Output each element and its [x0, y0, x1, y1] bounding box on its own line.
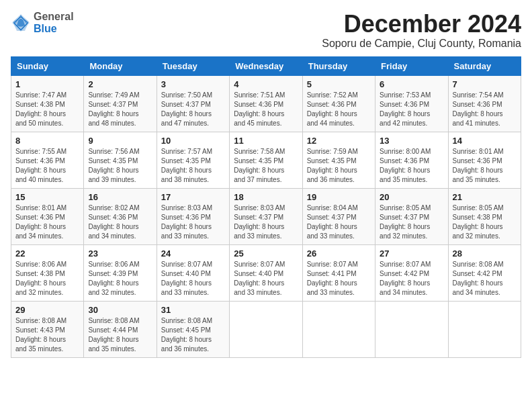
- day-info: Sunrise: 7:53 AM Sunset: 4:36 PM Dayligh…: [380, 91, 443, 128]
- calendar-cell-5: 5Sunrise: 7:52 AM Sunset: 4:36 PM Daylig…: [302, 75, 375, 132]
- day-number: 20: [380, 192, 443, 202]
- day-number: 18: [234, 192, 298, 202]
- calendar-cell-empty: [448, 301, 521, 357]
- calendar-cell-empty: [230, 301, 302, 357]
- day-info: Sunrise: 8:07 AM Sunset: 4:40 PM Dayligh…: [161, 260, 225, 298]
- day-info: Sunrise: 8:08 AM Sunset: 4:42 PM Dayligh…: [453, 260, 517, 298]
- day-number: 26: [307, 248, 371, 259]
- calendar-cell-31: 31Sunrise: 8:08 AM Sunset: 4:45 PM Dayli…: [157, 301, 229, 357]
- day-number: 23: [88, 248, 152, 259]
- day-number: 19: [307, 192, 371, 202]
- day-number: 3: [161, 79, 225, 89]
- day-info: Sunrise: 8:01 AM Sunset: 4:36 PM Dayligh…: [15, 203, 79, 241]
- day-number: 27: [380, 248, 443, 259]
- logo-general-text: General: [34, 11, 74, 23]
- day-info: Sunrise: 7:54 AM Sunset: 4:36 PM Dayligh…: [453, 91, 517, 128]
- day-number: 2: [88, 79, 152, 89]
- logo: General Blue: [11, 11, 74, 34]
- calendar-cell-3: 3Sunrise: 7:50 AM Sunset: 4:37 PM Daylig…: [157, 75, 229, 132]
- calendar-week-3: 15Sunrise: 8:01 AM Sunset: 4:36 PM Dayli…: [11, 188, 521, 244]
- location-title: Soporu de Campie, Cluj County, Romania: [322, 38, 521, 50]
- day-number: 6: [380, 79, 443, 89]
- calendar-cell-15: 15Sunrise: 8:01 AM Sunset: 4:36 PM Dayli…: [11, 188, 84, 244]
- day-number: 17: [161, 192, 225, 202]
- calendar-cell-empty: [375, 301, 448, 357]
- day-info: Sunrise: 8:06 AM Sunset: 4:39 PM Dayligh…: [88, 260, 152, 298]
- day-info: Sunrise: 8:03 AM Sunset: 4:37 PM Dayligh…: [234, 203, 298, 241]
- logo-text: General Blue: [34, 11, 74, 34]
- logo-blue-text: Blue: [34, 23, 74, 35]
- calendar-cell-25: 25Sunrise: 8:07 AM Sunset: 4:40 PM Dayli…: [230, 244, 302, 301]
- calendar-cell-2: 2Sunrise: 7:49 AM Sunset: 4:37 PM Daylig…: [84, 75, 157, 132]
- day-info: Sunrise: 7:51 AM Sunset: 4:36 PM Dayligh…: [234, 91, 298, 128]
- calendar-cell-24: 24Sunrise: 8:07 AM Sunset: 4:40 PM Dayli…: [157, 244, 229, 301]
- calendar-cell-28: 28Sunrise: 8:08 AM Sunset: 4:42 PM Dayli…: [448, 244, 521, 301]
- day-number: 11: [234, 136, 298, 146]
- day-info: Sunrise: 8:04 AM Sunset: 4:37 PM Dayligh…: [307, 203, 371, 241]
- day-info: Sunrise: 8:06 AM Sunset: 4:38 PM Dayligh…: [15, 260, 79, 298]
- day-info: Sunrise: 8:07 AM Sunset: 4:40 PM Dayligh…: [234, 260, 298, 298]
- calendar-cell-26: 26Sunrise: 8:07 AM Sunset: 4:41 PM Dayli…: [302, 244, 375, 301]
- calendar-week-1: 1Sunrise: 7:47 AM Sunset: 4:38 PM Daylig…: [11, 75, 521, 132]
- day-header-thursday: Thursday: [302, 56, 375, 75]
- day-header-wednesday: Wednesday: [230, 56, 302, 75]
- calendar-week-4: 22Sunrise: 8:06 AM Sunset: 4:38 PM Dayli…: [11, 244, 521, 301]
- calendar-cell-19: 19Sunrise: 8:04 AM Sunset: 4:37 PM Dayli…: [302, 188, 375, 244]
- day-number: 7: [453, 79, 517, 89]
- calendar-cell-17: 17Sunrise: 8:03 AM Sunset: 4:36 PM Dayli…: [157, 188, 229, 244]
- day-number: 14: [453, 136, 517, 146]
- calendar-cell-30: 30Sunrise: 8:08 AM Sunset: 4:44 PM Dayli…: [84, 301, 157, 357]
- calendar-cell-27: 27Sunrise: 8:07 AM Sunset: 4:42 PM Dayli…: [375, 244, 448, 301]
- calendar-cell-4: 4Sunrise: 7:51 AM Sunset: 4:36 PM Daylig…: [230, 75, 302, 132]
- day-number: 1: [15, 79, 79, 89]
- title-section: December 2024 Soporu de Campie, Cluj Cou…: [322, 11, 521, 50]
- day-header-friday: Friday: [375, 56, 448, 75]
- day-number: 25: [234, 248, 298, 259]
- day-number: 30: [88, 305, 152, 315]
- day-header-sunday: Sunday: [11, 56, 84, 75]
- calendar-cell-21: 21Sunrise: 8:05 AM Sunset: 4:38 PM Dayli…: [448, 188, 521, 244]
- day-number: 24: [161, 248, 225, 259]
- day-info: Sunrise: 8:08 AM Sunset: 4:44 PM Dayligh…: [88, 316, 152, 354]
- day-info: Sunrise: 8:00 AM Sunset: 4:36 PM Dayligh…: [380, 147, 443, 185]
- calendar-cell-12: 12Sunrise: 7:59 AM Sunset: 4:35 PM Dayli…: [302, 132, 375, 188]
- calendar-cell-23: 23Sunrise: 8:06 AM Sunset: 4:39 PM Dayli…: [84, 244, 157, 301]
- calendar-table: SundayMondayTuesdayWednesdayThursdayFrid…: [11, 56, 521, 358]
- calendar-cell-8: 8Sunrise: 7:55 AM Sunset: 4:36 PM Daylig…: [11, 132, 84, 188]
- calendar-header-row: SundayMondayTuesdayWednesdayThursdayFrid…: [11, 56, 521, 75]
- day-info: Sunrise: 7:55 AM Sunset: 4:36 PM Dayligh…: [15, 147, 79, 185]
- day-info: Sunrise: 7:57 AM Sunset: 4:35 PM Dayligh…: [161, 147, 225, 185]
- calendar-cell-7: 7Sunrise: 7:54 AM Sunset: 4:36 PM Daylig…: [448, 75, 521, 132]
- calendar-week-2: 8Sunrise: 7:55 AM Sunset: 4:36 PM Daylig…: [11, 132, 521, 188]
- calendar-cell-1: 1Sunrise: 7:47 AM Sunset: 4:38 PM Daylig…: [11, 75, 84, 132]
- day-info: Sunrise: 8:07 AM Sunset: 4:42 PM Dayligh…: [380, 260, 443, 298]
- calendar-cell-empty: [302, 301, 375, 357]
- calendar-cell-10: 10Sunrise: 7:57 AM Sunset: 4:35 PM Dayli…: [157, 132, 229, 188]
- day-header-tuesday: Tuesday: [157, 56, 229, 75]
- calendar-cell-20: 20Sunrise: 8:05 AM Sunset: 4:37 PM Dayli…: [375, 188, 448, 244]
- day-info: Sunrise: 7:52 AM Sunset: 4:36 PM Dayligh…: [307, 91, 371, 128]
- page-header: General Blue December 2024 Soporu de Cam…: [11, 11, 521, 50]
- day-number: 12: [307, 136, 371, 146]
- calendar-cell-6: 6Sunrise: 7:53 AM Sunset: 4:36 PM Daylig…: [375, 75, 448, 132]
- calendar-cell-11: 11Sunrise: 7:58 AM Sunset: 4:35 PM Dayli…: [230, 132, 302, 188]
- day-info: Sunrise: 7:56 AM Sunset: 4:35 PM Dayligh…: [88, 147, 152, 185]
- day-number: 15: [15, 192, 79, 202]
- calendar-cell-18: 18Sunrise: 8:03 AM Sunset: 4:37 PM Dayli…: [230, 188, 302, 244]
- day-number: 21: [453, 192, 517, 202]
- day-info: Sunrise: 8:03 AM Sunset: 4:36 PM Dayligh…: [161, 203, 225, 241]
- day-number: 29: [15, 305, 79, 315]
- calendar-cell-9: 9Sunrise: 7:56 AM Sunset: 4:35 PM Daylig…: [84, 132, 157, 188]
- day-number: 9: [88, 136, 152, 146]
- day-info: Sunrise: 7:58 AM Sunset: 4:35 PM Dayligh…: [234, 147, 298, 185]
- day-info: Sunrise: 8:05 AM Sunset: 4:37 PM Dayligh…: [380, 203, 443, 241]
- day-info: Sunrise: 8:08 AM Sunset: 4:43 PM Dayligh…: [15, 316, 79, 354]
- day-info: Sunrise: 7:50 AM Sunset: 4:37 PM Dayligh…: [161, 91, 225, 128]
- day-number: 8: [15, 136, 79, 146]
- day-info: Sunrise: 8:01 AM Sunset: 4:36 PM Dayligh…: [453, 147, 517, 185]
- day-header-saturday: Saturday: [448, 56, 521, 75]
- calendar-cell-14: 14Sunrise: 8:01 AM Sunset: 4:36 PM Dayli…: [448, 132, 521, 188]
- day-info: Sunrise: 7:49 AM Sunset: 4:37 PM Dayligh…: [88, 91, 152, 128]
- day-number: 4: [234, 79, 298, 89]
- day-number: 13: [380, 136, 443, 146]
